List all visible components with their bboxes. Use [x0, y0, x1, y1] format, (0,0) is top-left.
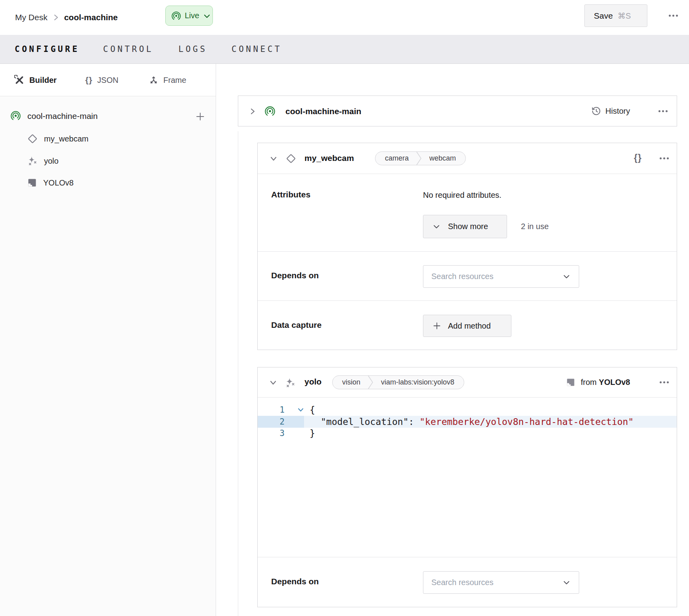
- service-name: yolo: [304, 377, 322, 386]
- tree-root-label: cool-machine-main: [27, 111, 98, 121]
- history-button[interactable]: History: [591, 96, 630, 126]
- camera-component-icon: [286, 153, 296, 164]
- tab-connect[interactable]: CONNECT: [232, 35, 282, 63]
- sidebar-mode-toolbar: Builder {} JSON Frame: [0, 64, 216, 96]
- plus-icon: [195, 111, 205, 122]
- save-shortcut: ⌘S: [618, 11, 631, 21]
- depends-search-select[interactable]: Search resources: [423, 265, 579, 288]
- show-more-button[interactable]: Show more: [423, 215, 507, 238]
- tab-logs[interactable]: LOGS: [178, 35, 207, 63]
- collapse-chevron-icon[interactable]: [269, 380, 277, 385]
- service-card-yolo: yolo vision viam-labs:vision:yolov8 from…: [257, 367, 677, 607]
- history-icon: [591, 106, 601, 116]
- component-model: webcam: [422, 154, 465, 163]
- live-status-badge[interactable]: Live: [165, 6, 213, 26]
- service-model: viam-labs:vision:yolov8: [374, 378, 464, 386]
- breadcrumb-machine: cool-machine: [64, 13, 118, 22]
- component-type: camera: [375, 154, 416, 163]
- chevron-down-icon: [433, 224, 440, 229]
- line-number: 1: [258, 404, 285, 416]
- expand-chevron-icon[interactable]: [250, 107, 255, 115]
- tree-item-label: YOLOv8: [43, 178, 74, 187]
- code-line-2: "model_location": "keremberke/yolov8n-ha…: [310, 416, 633, 428]
- frame-icon: [149, 75, 159, 85]
- broadcast-icon: [171, 11, 181, 21]
- service-type: vision: [333, 378, 367, 386]
- tree-item-label: yolo: [44, 157, 59, 166]
- module-icon: [566, 378, 575, 387]
- vision-service-icon: [285, 377, 296, 388]
- from-module: from YOLOv8: [566, 367, 630, 397]
- main-tab-bar: CONFIGURE CONTROL LOGS CONNECT: [0, 35, 689, 64]
- breadcrumb-chevron-icon: [53, 13, 59, 21]
- tree-item-my-webcam[interactable]: my_webcam: [27, 134, 88, 144]
- json-view-icon[interactable]: {}: [634, 153, 642, 163]
- save-label: Save: [594, 11, 613, 21]
- mode-frame[interactable]: Frame: [149, 64, 186, 96]
- depends-search-select[interactable]: Search resources: [423, 571, 579, 594]
- from-module-name: YOLOv8: [599, 378, 630, 386]
- tree-spine-line: [238, 131, 238, 616]
- add-component-button[interactable]: [195, 111, 205, 123]
- component-menu-button[interactable]: [660, 157, 669, 159]
- part-name: cool-machine-main: [285, 107, 361, 116]
- camera-component-icon: [27, 134, 38, 144]
- tree-item-label: my_webcam: [44, 134, 88, 143]
- select-chevron-icon: [563, 274, 570, 279]
- builder-tools-icon: [14, 75, 25, 85]
- component-name: my_webcam: [304, 153, 354, 163]
- history-label: History: [605, 107, 630, 116]
- line-number: 3: [258, 428, 285, 440]
- code-fold-chevron-icon[interactable]: [297, 407, 304, 412]
- mode-builder[interactable]: Builder: [14, 64, 57, 96]
- pill-divider-icon: [367, 375, 374, 389]
- add-method-button[interactable]: Add method: [423, 315, 511, 337]
- topbar-menu-button[interactable]: [669, 15, 678, 17]
- tree-item-yolo[interactable]: yolo: [27, 156, 59, 166]
- attributes-empty-text: No required attributes.: [423, 191, 501, 200]
- plus-icon: [433, 322, 441, 330]
- code-line-3: }: [310, 428, 633, 440]
- live-label: Live: [185, 11, 199, 20]
- tab-configure[interactable]: CONFIGURE: [15, 35, 79, 63]
- show-more-label: Show more: [448, 222, 488, 231]
- json-braces-icon: {}: [85, 75, 92, 85]
- part-menu-button[interactable]: [658, 110, 668, 112]
- module-icon: [27, 178, 37, 187]
- tree-item-yolov8[interactable]: YOLOv8: [27, 178, 74, 187]
- card-header: my_webcam camera webcam {}: [258, 143, 677, 174]
- mode-json[interactable]: {} JSON: [85, 64, 119, 96]
- save-button[interactable]: Save ⌘S: [584, 4, 647, 27]
- search-resources-placeholder: Search resources: [431, 578, 494, 587]
- line-numbers-gutter: 1 2 3: [258, 404, 285, 440]
- line-number: 2: [258, 416, 285, 428]
- json-code-editor[interactable]: 1 2 3 { "model_location": "keremberke/yo…: [258, 398, 677, 557]
- machine-part-icon: [10, 111, 21, 121]
- tree-item-root[interactable]: cool-machine-main: [10, 111, 98, 121]
- tab-control[interactable]: CONTROL: [103, 35, 153, 63]
- mode-builder-label: Builder: [29, 76, 57, 85]
- add-method-label: Add method: [448, 321, 491, 331]
- top-bar: My Desk cool-machine Live Save ⌘S: [0, 0, 689, 35]
- vision-service-icon: [27, 156, 38, 166]
- machine-part-icon: [264, 106, 276, 117]
- from-label: from: [581, 378, 597, 386]
- search-resources-placeholder: Search resources: [431, 272, 494, 281]
- live-chevron-down-icon: [204, 14, 210, 19]
- pill-divider-icon: [416, 151, 422, 165]
- collapse-chevron-icon[interactable]: [270, 156, 278, 161]
- in-use-text: 2 in use: [521, 222, 549, 231]
- depends-on-label: Depends on: [271, 271, 319, 280]
- part-header-card: cool-machine-main History: [238, 96, 677, 126]
- attributes-label: Attributes: [271, 190, 310, 199]
- mode-json-label: JSON: [97, 76, 118, 85]
- breadcrumb-root[interactable]: My Desk: [15, 13, 48, 22]
- component-type-pill: camera webcam: [375, 151, 466, 165]
- select-chevron-icon: [563, 580, 570, 585]
- code-line-1: {: [310, 404, 633, 416]
- service-menu-button[interactable]: [660, 381, 669, 383]
- depends-on-label: Depends on: [271, 577, 319, 586]
- service-type-pill: vision viam-labs:vision:yolov8: [332, 375, 464, 389]
- mode-frame-label: Frame: [163, 76, 186, 85]
- sidebar: Builder {} JSON Frame cool-machine-main …: [0, 64, 216, 616]
